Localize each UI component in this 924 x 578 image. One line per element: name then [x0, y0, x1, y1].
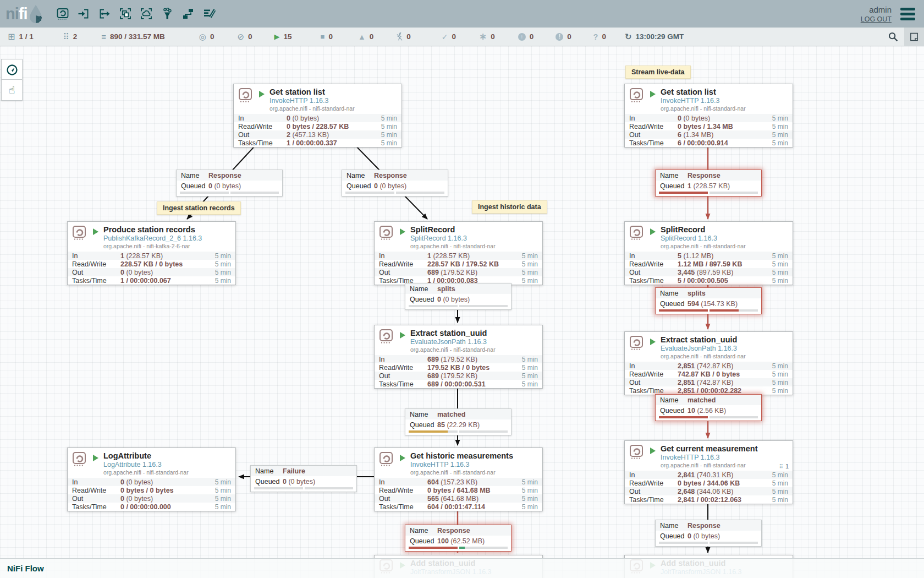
canvas-label[interactable]: Stream live-data [625, 66, 691, 79]
backpressure-bars [409, 547, 508, 549]
stat-value: 2,851 (742.87 KB) [678, 379, 733, 386]
processor-name: Extract station_uuid [661, 335, 746, 345]
stat-label: Tasks/Time [72, 277, 120, 285]
processor[interactable]: SplitRecord SplitRecord 1.16.3 org.apach… [624, 221, 793, 285]
backpressure-bars [659, 309, 758, 312]
stat-value: 1 / 00:00:00.067 [120, 277, 171, 285]
processor[interactable]: Get current measurement InvokeHTTP 1.16.… [624, 440, 793, 504]
remote-process-group-tool-button[interactable] [140, 7, 153, 20]
processor-stats: In 0 (0 bytes) 5 min Read/Write 0 bytes … [234, 114, 402, 147]
stat-label: Out [238, 131, 287, 139]
stat-window: 5 min [772, 252, 788, 260]
stat-label: In [72, 252, 120, 260]
connection-queued: 0 (0 bytes) [374, 182, 406, 190]
stat-label: Out [379, 269, 427, 276]
search-icon [887, 31, 899, 43]
running-icon: ▶ [274, 33, 280, 40]
running-status: ▶ 15 [274, 32, 292, 41]
asterisk-icon: ∗ [479, 31, 487, 42]
connection-queued-row: Queued 1 (228.57 KB) [656, 181, 761, 191]
template-tool-button[interactable] [182, 7, 195, 20]
cluster-status: ⊞ 1 / 1 [8, 32, 34, 41]
panel-toggle-button[interactable] [904, 28, 924, 46]
stopped-status: ■ 0 [321, 32, 333, 41]
processor-name: Get station list [661, 88, 746, 97]
stat-value: 1 (228.57 KB) [120, 252, 163, 260]
connection-queued: 1 (228.57 KB) [688, 182, 730, 190]
logout-link[interactable]: LOG OUT [861, 15, 892, 23]
process-group-tool-button[interactable] [119, 7, 132, 20]
stat-value: 3,445 (897.59 KB) [678, 269, 733, 276]
size-backpressure-bar [459, 430, 508, 433]
stat-row: Tasks/Time 0 / 00:00:00.000 5 min [68, 503, 235, 511]
backpressure-bars [180, 192, 279, 194]
label-tool-button[interactable] [202, 7, 216, 20]
stat-label: Read/Write [379, 260, 427, 268]
stat-row: Read/Write 179.52 KB / 0 bytes 5 min [375, 363, 542, 372]
running-status-icon [650, 228, 656, 235]
processor-header: Get historic measurements InvokeHTTP 1.1… [375, 448, 542, 478]
processor-type: EvaluateJsonPath 1.16.3 [410, 338, 496, 346]
processor[interactable]: Get historic measurements InvokeHTTP 1.1… [374, 448, 543, 511]
connection-label[interactable]: Name splits Queued 0 (0 bytes) [405, 283, 512, 310]
nifi-logo: nifi [6, 4, 44, 23]
stat-label: In [629, 471, 678, 479]
connection-label[interactable]: Name Response Queued 0 (0 bytes) [655, 520, 762, 547]
connection-label[interactable]: Name splits Queued 594 (154.73 KB) [655, 287, 762, 314]
connection-label[interactable]: Name Response Queued 100 (62.52 MB) [405, 525, 512, 552]
connection-name-row: Name Failure [251, 466, 356, 476]
navigate-palette-button[interactable] [1, 59, 23, 80]
connection-name-row: Name Response [177, 170, 282, 181]
processor[interactable]: Get station list InvokeHTTP 1.16.3 org.a… [624, 84, 793, 148]
processor-name: LogAttribute [103, 451, 189, 461]
connection-label[interactable]: Name matched Queued 85 (22.29 KB) [405, 408, 512, 435]
stat-window: 5 min [772, 479, 788, 487]
processor-bundle: org.apache.nifi - nifi-standard-nar [661, 243, 746, 250]
processor[interactable]: Get station list InvokeHTTP 1.16.3 org.a… [233, 84, 402, 148]
connection-queued: 10 (2.56 KB) [688, 407, 726, 415]
count-backpressure-bar [180, 192, 229, 194]
stat-label: Out [629, 131, 678, 139]
connection-label[interactable]: Name Response Queued 1 (228.57 KB) [655, 170, 762, 197]
input-port-tool-button[interactable] [77, 7, 90, 20]
processor[interactable]: Extract station_uuid EvaluateJsonPath 1.… [374, 325, 543, 389]
connection-name: Failure [283, 467, 305, 475]
backpressure-bars [659, 192, 758, 194]
connection-label[interactable]: Name Response Queued 0 (0 bytes) [342, 170, 448, 197]
funnel-tool-button[interactable] [161, 7, 174, 20]
output-port-tool-button[interactable] [98, 7, 111, 20]
stat-label: Tasks/Time [629, 139, 678, 147]
breadcrumb[interactable]: NiFi Flow [7, 564, 44, 573]
processor[interactable]: LogAttribute LogAttribute 1.16.3 org.apa… [67, 448, 236, 511]
stat-label: Tasks/Time [379, 380, 427, 388]
connection-name-row: Name Response [656, 170, 761, 181]
locally-modified-status: ∗ 0 [479, 31, 495, 42]
processor[interactable]: SplitRecord SplitRecord 1.16.3 org.apach… [374, 221, 543, 285]
operate-palette-button[interactable]: ☝ [1, 79, 23, 101]
refresh-icon[interactable]: ↻ [625, 32, 632, 42]
processor-titles: SplitRecord SplitRecord 1.16.3 org.apach… [410, 225, 496, 250]
stat-row: In 5 (1.12 MB) 5 min [625, 252, 793, 260]
processor-tool-button[interactable] [56, 7, 69, 20]
stat-row: Out 2,851 (742.87 KB) 5 min [625, 378, 793, 386]
connection-queued-row: Queued 594 (154.73 KB) [656, 298, 761, 309]
processor-stats: In 0 (0 bytes) 5 min Read/Write 0 bytes … [68, 478, 235, 511]
processor-stats: In 2,841 (740.31 KB) 5 min Read/Write 0 … [625, 471, 793, 504]
connection-label[interactable]: Name Failure Queued 0 (0 bytes) [250, 465, 357, 492]
processor-type: PublishKafkaRecord_2_6 1.16.3 [103, 235, 202, 243]
canvas-label[interactable]: Ingest station records [157, 201, 241, 215]
count-backpressure-bar [659, 192, 708, 194]
size-backpressure-bar [230, 192, 279, 194]
processor[interactable]: Extract station_uuid EvaluateJsonPath 1.… [624, 331, 793, 395]
connection-label[interactable]: Name Response Queued 0 (0 bytes) [176, 170, 283, 197]
processor[interactable]: Produce station records PublishKafkaReco… [67, 221, 236, 285]
stat-label: Read/Write [629, 123, 678, 130]
canvas-label[interactable]: Ingest historic data [472, 200, 547, 214]
search-button[interactable] [882, 28, 904, 46]
stat-label: Out [72, 269, 120, 276]
connection-label[interactable]: Name matched Queued 10 (2.56 KB) [655, 394, 762, 421]
connection-queued-row: Queued 100 (62.52 MB) [405, 536, 511, 546]
connection-queued: 0 (0 bytes) [208, 182, 241, 190]
stat-window: 5 min [522, 277, 538, 285]
global-menu-button[interactable] [900, 8, 915, 20]
